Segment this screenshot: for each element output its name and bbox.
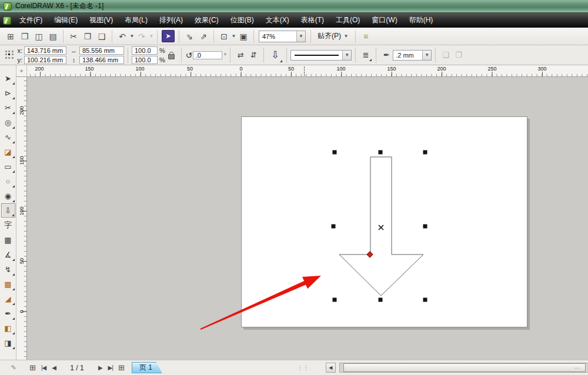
vertical-ruler[interactable]: 200150100500 <box>16 77 27 360</box>
propbar-separator <box>230 48 230 63</box>
menu-效果c[interactable]: 效果(C) <box>189 13 225 28</box>
ellipse-tool[interactable]: ○ <box>1 174 15 188</box>
save-button[interactable]: ◫ <box>32 29 46 43</box>
menu-布局l[interactable]: 布局(L) <box>119 13 153 28</box>
chevron-down-icon[interactable]: ▼ <box>129 34 135 39</box>
previous-page-button[interactable]: ◀ <box>49 364 59 371</box>
x-position-field[interactable]: 143.716 mm <box>24 46 66 55</box>
page-tab-1[interactable]: 页 1 <box>132 362 162 373</box>
menu-工具o[interactable]: 工具(O) <box>330 13 366 28</box>
zoom-level-select[interactable]: 47% ▼ <box>259 31 306 42</box>
menu-编辑e[interactable]: 编辑(E) <box>48 13 83 28</box>
toolbar-separator <box>179 30 179 43</box>
scale-y-field[interactable]: 100.0 <box>132 56 158 64</box>
welcome-screen-button[interactable]: ▣ <box>236 29 250 43</box>
bottom-bar: ✎ ⊞ |◀ ◀ 1 / 1 ▶ ▶| ⊞ 页 1 ⋮⋮ ◀ ⋯ <box>0 360 588 375</box>
chevron-down-icon[interactable]: ▼ <box>342 51 351 60</box>
ruler-cursor-indicator <box>304 66 305 76</box>
outline-width-select[interactable]: .2 mm ▼ <box>393 50 432 61</box>
polygon-tool[interactable]: ◉ <box>1 189 15 203</box>
add-page-start-button[interactable]: ⊞ <box>27 363 38 372</box>
connector-tool[interactable]: ↯ <box>1 262 15 276</box>
freehand-tool[interactable]: ∿ <box>1 130 15 144</box>
pick-tool[interactable]: ➤ <box>1 71 15 85</box>
options-button[interactable]: ≡ <box>359 29 373 43</box>
percent-label: % <box>159 47 165 54</box>
smart-fill-tool[interactable]: ◪ <box>1 145 15 159</box>
cut-button[interactable]: ✂ <box>66 29 81 43</box>
new-document-button[interactable]: ⊞ <box>4 29 18 43</box>
menu-文本x[interactable]: 文本(X) <box>260 13 295 28</box>
property-bar: x: 143.716 mm y: 100.216 mm ↔ 85.556 mm … <box>0 45 588 65</box>
undo-button[interactable]: ↶ <box>115 29 129 43</box>
to-back-button[interactable]: ❏ <box>439 49 452 62</box>
perfect-shape-picker-button[interactable]: ⇩ <box>268 48 283 63</box>
redo-button[interactable]: ↷ <box>135 29 149 43</box>
dimension-tool[interactable]: ∡ <box>1 247 15 262</box>
rectangle-tool[interactable]: ▭ <box>1 159 15 173</box>
eyedropper-tool[interactable]: ◢ <box>1 292 15 306</box>
drop-shadow-tool[interactable]: ▩ <box>1 277 15 291</box>
snap-to-button[interactable]: 贴齐(P) ▼ <box>314 30 352 43</box>
menu-视图v[interactable]: 视图(V) <box>83 13 119 28</box>
propbar-separator <box>263 48 264 63</box>
object-width-field[interactable]: 85.556 mm <box>79 46 124 55</box>
ruler-origin-corner[interactable]: ⌖ <box>16 65 27 77</box>
chevron-down-icon[interactable]: ▼ <box>296 31 305 42</box>
basic-shapes-tool[interactable]: ⇩ <box>1 203 15 217</box>
menu-位图b[interactable]: 位图(B) <box>225 13 260 28</box>
horizontal-scrollbar-thumb[interactable]: ⋯ <box>343 363 586 372</box>
menu-排列a[interactable]: 排列(A) <box>153 13 189 28</box>
search-content-button[interactable]: ➤ <box>162 30 175 42</box>
menu-表格t[interactable]: 表格(T) <box>295 13 330 28</box>
zoom-level-value: 47% <box>259 33 296 40</box>
scroll-left-button[interactable]: ◀ <box>326 363 336 373</box>
table-tool[interactable]: ▦ <box>1 233 15 247</box>
propbar-separator <box>128 48 128 63</box>
text-tool[interactable]: 字 <box>1 218 15 232</box>
application-launcher-button[interactable]: ⊡ <box>217 29 231 43</box>
splitter-grip[interactable]: ⋮⋮ <box>298 364 309 371</box>
y-position-field[interactable]: 100.216 mm <box>24 56 66 64</box>
drawing-workspace[interactable] <box>27 77 588 360</box>
horizontal-ruler[interactable]: 20015010050050100150200250300 <box>27 65 588 77</box>
shape-tool[interactable]: ⊳ <box>1 86 15 100</box>
drawing-page[interactable] <box>241 116 527 327</box>
to-front-button[interactable]: ❐ <box>452 49 465 62</box>
print-button[interactable]: ▤ <box>46 29 60 43</box>
first-page-button[interactable]: |◀ <box>38 364 49 371</box>
export-button[interactable]: ⇗ <box>196 29 211 43</box>
mirror-horizontal-button[interactable]: ⇄ <box>234 49 247 62</box>
import-button[interactable]: ⇘ <box>182 29 196 43</box>
interactive-fill-tool[interactable]: ◨ <box>1 336 15 350</box>
object-height-icon: ↕ <box>70 56 78 63</box>
document-window-icon[interactable] <box>3 16 11 25</box>
propbar-separator <box>286 48 287 63</box>
zoom-tool[interactable]: ◎ <box>1 115 15 129</box>
last-page-button[interactable]: ▶| <box>105 364 116 371</box>
paste-button[interactable]: ❑ <box>95 29 109 43</box>
chevron-down-icon[interactable]: ▼ <box>422 51 431 60</box>
open-button[interactable]: ❒ <box>18 29 32 43</box>
mirror-vertical-button[interactable]: ⇵ <box>247 49 260 62</box>
add-page-end-button[interactable]: ⊞ <box>116 363 127 372</box>
menu-窗口w[interactable]: 窗口(W) <box>366 13 403 28</box>
scale-x-field[interactable]: 100.0 <box>132 46 158 55</box>
lock-ratio-icon[interactable] <box>168 54 175 59</box>
chevron-down-icon[interactable]: ▼ <box>231 34 236 39</box>
h-ruler-number: 300 <box>537 66 546 72</box>
crop-tool[interactable]: ✂ <box>1 101 15 115</box>
fill-tool[interactable]: ◧ <box>1 321 15 335</box>
object-height-field[interactable]: 138.466 mm <box>79 56 124 64</box>
chevron-down-icon[interactable]: ▼ <box>149 34 154 39</box>
wrap-text-button[interactable]: ≣ <box>359 49 372 62</box>
menu-帮助h[interactable]: 帮助(H) <box>403 13 439 28</box>
copy-button[interactable]: ❐ <box>81 29 95 43</box>
h-ruler-number: 250 <box>487 66 496 72</box>
rotation-angle-field[interactable]: .0 <box>193 51 222 59</box>
horizontal-scrollbar[interactable]: ⋯ <box>339 363 588 373</box>
outline-style-select[interactable]: ▼ <box>290 50 352 61</box>
outline-pen-tool[interactable]: ✒ <box>1 306 15 320</box>
menu-文件f[interactable]: 文件(F) <box>14 13 48 28</box>
next-page-button[interactable]: ▶ <box>95 364 105 371</box>
